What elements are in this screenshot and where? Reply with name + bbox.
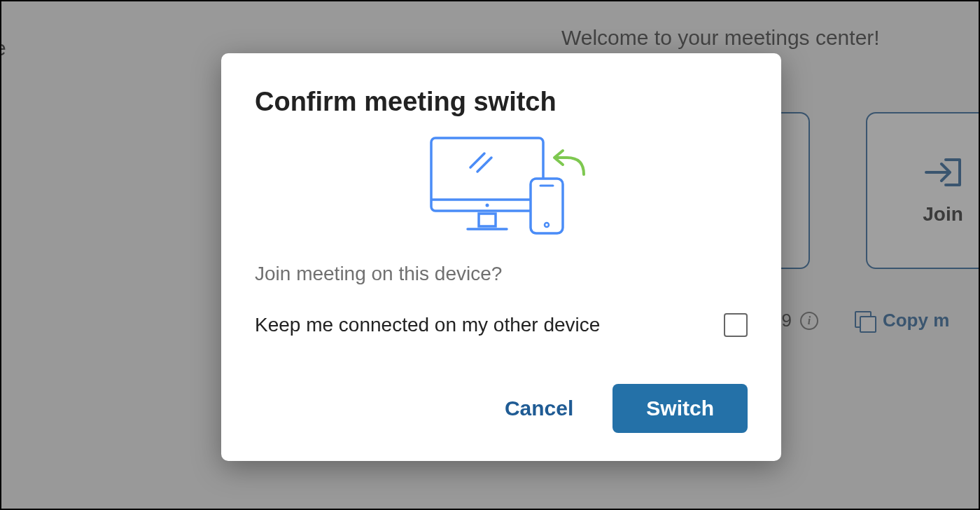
switch-button[interactable]: Switch: [612, 384, 748, 433]
device-switch-illustration: [410, 131, 592, 246]
modal-question: Join meeting on this device?: [255, 263, 748, 285]
modal-actions: Cancel Switch: [255, 384, 748, 433]
svg-rect-3: [479, 214, 496, 226]
svg-point-2: [486, 204, 489, 207]
modal-title: Confirm meeting switch: [255, 87, 748, 117]
confirm-switch-modal: Confirm meeting switch Join meeting on t…: [221, 53, 781, 461]
svg-rect-7: [531, 179, 563, 233]
cancel-button[interactable]: Cancel: [505, 397, 573, 420]
keep-connected-label: Keep me connected on my other device: [255, 314, 600, 336]
keep-connected-checkbox[interactable]: [724, 313, 748, 337]
keep-connected-row: Keep me connected on my other device: [255, 313, 748, 337]
